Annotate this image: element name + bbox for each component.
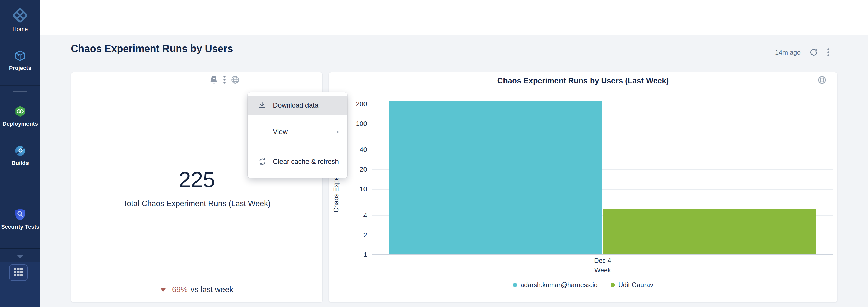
y-tick-label: 10 [321,185,367,193]
menu-item-label: Download data [273,102,318,109]
dashboard-title: Chaos Experiment Runs by Users [71,43,233,54]
menu-item-label: View [273,128,287,136]
delta-suffix: vs last week [191,285,233,294]
sync-icon [258,158,273,166]
legend-label: Udit Gaurav [618,281,653,289]
bar-adarsh-kumar-harness-io[interactable] [389,101,602,255]
menu-item-view[interactable]: View [248,119,347,144]
tile-label: Total Chaos Experiment Runs (Last Week) [71,199,322,208]
menu-divider [248,146,347,147]
sidebar-section-dash [13,91,27,92]
dashboard-more-button[interactable] [827,48,830,57]
download-icon [258,101,273,110]
builds-icon [0,144,40,158]
sidebar-item-label: Deployments [0,120,40,127]
sidebar-item-label: Projects [0,65,40,72]
deployments-icon [0,105,40,118]
sidebar-item-label: Security Tests [0,224,40,230]
x-axis-category: Dec 4 [372,257,833,264]
sidebar-item-deployments[interactable]: Deployments [0,105,40,127]
menu-item-download-data[interactable]: Download data [248,96,347,115]
menu-item-clear-cache-refresh[interactable]: Clear cache & refresh [248,149,347,174]
refresh-button[interactable] [809,48,818,57]
tile-context-menu: Download dataViewClear cache & refresh [248,92,347,178]
chevron-down-icon [17,255,24,258]
menu-divider [248,117,347,117]
last-refresh-time: 14m ago [775,49,801,56]
sidebar-item-label: Builds [0,160,40,167]
legend-label: adarsh.kumar@harness.io [520,281,597,289]
delta-value: -69% [169,285,187,294]
caret-right-icon [336,129,340,135]
chart-title: Chaos Experiment Runs by Users (Last Wee… [329,76,837,85]
top-header [40,0,868,35]
triangle-down-icon [160,287,166,292]
x-axis-line [372,254,833,255]
sidebar-item-home-label[interactable]: Home [0,26,40,33]
bell-plus-icon[interactable] [210,75,218,84]
module-picker-button[interactable] [9,264,28,281]
y-tick-label: 1 [321,251,367,259]
harness-logo-icon [12,7,28,24]
menu-item-label: Clear cache & refresh [273,158,339,166]
sidebar-collapse-button[interactable] [0,251,40,261]
chart-legend: adarsh.kumar@harness.ioUdit Gaurav [329,281,837,289]
sidebar-item-builds[interactable]: Builds [0,144,40,167]
legend-dot-icon [611,283,615,287]
legend-item[interactable]: adarsh.kumar@harness.io [513,281,597,289]
tile-delta: -69% vs last week [71,285,322,294]
y-tick-label: 2 [321,231,367,239]
sidebar-divider [0,85,40,86]
sidebar-item-security-tests[interactable]: Security Tests [0,208,40,230]
legend-dot-icon [513,283,517,287]
tile-globe-icon[interactable] [230,75,240,84]
sidebar: Home ProjectsDeploymentsBuildsSecurity T… [0,0,40,307]
legend-item[interactable]: Udit Gaurav [611,281,653,289]
sidebar-item-projects[interactable]: Projects [0,49,40,72]
chart-globe-icon[interactable] [817,75,827,85]
security-icon [0,208,40,221]
bar-udit-gaurav[interactable] [603,209,816,255]
y-tick-label: 4 [321,212,367,219]
x-axis-title: Week [372,266,833,274]
bar-chart-plot: 200100402010421 [372,100,833,255]
grid-icon [13,267,24,278]
dashboard-meta: 14m ago [775,48,830,57]
tile-toolbar [210,75,240,84]
projects-icon [0,49,40,62]
tile-more-button[interactable] [223,75,226,84]
sidebar-bottom-divider [0,248,40,249]
sidebar-item-home[interactable] [0,5,40,25]
